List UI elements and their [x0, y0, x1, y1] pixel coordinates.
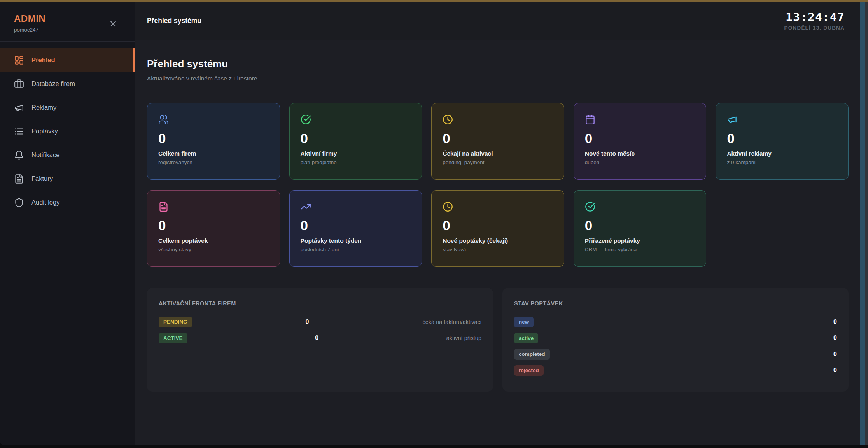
activation-queue-rows: PENDING0čeká na fakturu/aktivaciACTIVE0a…: [159, 317, 481, 343]
clock-time: 13:24:47: [784, 10, 845, 24]
stat-sublabel: platí předplatné: [301, 159, 411, 165]
sidebar-nav: PřehledDatabáze firemReklamyPoptávkyNoti…: [0, 42, 135, 432]
stat-value: 0: [727, 131, 837, 145]
sidebar-item-p-ehled[interactable]: Přehled: [0, 48, 135, 72]
status-badge: PENDING: [159, 317, 192, 327]
status-count: 0: [187, 334, 446, 341]
stat-label: Celkem firem: [158, 150, 269, 157]
file-text-icon: [14, 174, 24, 184]
stat-card--ekaj-na-aktivaci: 0Čekají na aktivacipending_payment: [431, 103, 564, 180]
status-count: 0: [534, 318, 837, 326]
sidebar-item-audit-logy[interactable]: Audit logy: [0, 191, 135, 214]
layout-dashboard-icon: [14, 55, 24, 65]
stat-sublabel: stav Nová: [443, 247, 553, 252]
sidebar-item-label: Poptávky: [32, 128, 58, 135]
clock-icon: [443, 201, 553, 212]
users-icon: [158, 114, 269, 125]
sidebar-item-notifikace[interactable]: Notifikace: [0, 143, 135, 167]
sidebar: ADMIN pomoc247 PřehledDatabáze firemRekl…: [0, 2, 135, 445]
stat-card-celkem-popt-vek: 0Celkem poptávekvšechny stavy: [147, 190, 280, 267]
stat-sublabel: CRM — firma vybrána: [585, 247, 695, 252]
list-icon: [14, 126, 24, 136]
stat-sublabel: registrovaných: [158, 159, 269, 165]
stat-card-aktivn-firmy: 0Aktivní firmyplatí předplatné: [289, 103, 422, 180]
stat-label: Celkem poptávek: [158, 237, 269, 244]
app-window: ADMIN pomoc247 PřehledDatabáze firemRekl…: [0, 2, 868, 445]
check-circle-icon: [301, 114, 411, 125]
activation-queue-panel: AKTIVAČNÍ FRONTA FIREM PENDING0čeká na f…: [147, 288, 493, 392]
sidebar-item-reklamy[interactable]: Reklamy: [0, 96, 135, 119]
stat-card-nov-tento-m-s-c: 0Nové tento měsícduben: [574, 103, 707, 180]
scrollbar-thumb[interactable]: [860, 2, 865, 445]
request-status-panel: STAV POPTÁVEK new0active0completed0rejec…: [502, 288, 849, 392]
status-badge: new: [514, 317, 534, 327]
briefcase-icon: [14, 79, 24, 89]
sidebar-header: ADMIN pomoc247: [0, 2, 135, 42]
bell-icon: [14, 150, 24, 160]
status-badge: active: [514, 333, 538, 344]
stat-label: Aktivní firmy: [301, 150, 411, 157]
sidebar-footer: [0, 432, 135, 445]
app-title: ADMIN: [14, 13, 121, 24]
stat-cards-grid: 0Celkem firemregistrovaných0Aktivní firm…: [147, 103, 849, 267]
scrollbar-track[interactable]: [860, 2, 868, 445]
sidebar-close-button[interactable]: [108, 19, 119, 30]
status-badge: completed: [514, 349, 550, 360]
status-description: aktivní přístup: [446, 335, 481, 341]
stat-value: 0: [301, 219, 411, 232]
stat-label: Poptávky tento týden: [301, 237, 411, 244]
check-circle-icon: [585, 201, 695, 212]
stat-value: 0: [585, 131, 695, 145]
stat-value: 0: [443, 219, 553, 232]
sidebar-item-label: Přehled: [32, 56, 55, 64]
stat-sublabel: všechny stavy: [158, 247, 269, 252]
stat-value: 0: [158, 219, 269, 232]
trending-up-icon: [301, 201, 411, 212]
clock-date: PONDĚLÍ 13. DUBNA: [784, 25, 845, 31]
close-icon: [108, 24, 118, 30]
status-count: 0: [550, 351, 837, 358]
window-bottom-edge: [0, 445, 868, 448]
calendar-icon: [585, 114, 695, 125]
stat-sublabel: posledních 7 dní: [301, 247, 411, 252]
status-row-active: ACTIVE0aktivní přístup: [159, 333, 481, 344]
stat-card-celkem-firem: 0Celkem firemregistrovaných: [147, 103, 280, 180]
megaphone-icon: [14, 103, 24, 113]
shield-icon: [14, 198, 24, 208]
status-badge: ACTIVE: [159, 333, 187, 344]
sidebar-item-label: Databáze firem: [32, 80, 75, 88]
request-status-rows: new0active0completed0rejected0: [514, 317, 837, 376]
stat-sublabel: duben: [585, 159, 695, 165]
stat-label: Čekají na aktivaci: [443, 150, 553, 157]
file-text-icon: [158, 201, 269, 212]
status-description: čeká na fakturu/aktivaci: [422, 319, 481, 325]
stat-value: 0: [301, 131, 411, 145]
status-count: 0: [538, 334, 837, 341]
activation-queue-title: AKTIVAČNÍ FRONTA FIREM: [159, 300, 481, 306]
request-status-title: STAV POPTÁVEK: [514, 300, 837, 306]
sidebar-item-faktury[interactable]: Faktury: [0, 167, 135, 191]
stat-card-aktivn-reklamy: 0Aktivní reklamyz 0 kampaní: [716, 103, 849, 180]
status-count: 0: [544, 367, 837, 374]
stat-label: Přiřazené poptávky: [585, 237, 695, 244]
stat-card-popt-vky-tento-t-den: 0Poptávky tento týdenposledních 7 dní: [289, 190, 422, 267]
stat-card-p-i-azen-popt-vky: 0Přiřazené poptávkyCRM — firma vybrána: [574, 190, 707, 267]
stat-value: 0: [443, 131, 553, 145]
content: Přehled systému Aktualizováno v reálném …: [135, 40, 860, 445]
stat-label: Nové tento měsíc: [585, 150, 695, 157]
panels-row: AKTIVAČNÍ FRONTA FIREM PENDING0čeká na f…: [147, 288, 849, 392]
status-row-completed: completed0: [514, 349, 837, 360]
stat-card-nov-popt-vky-ekaj-: 0Nové poptávky (čekají)stav Nová: [431, 190, 564, 267]
stat-sublabel: z 0 kampaní: [727, 159, 837, 165]
main-area: Přehled systému 13:24:47 PONDĚLÍ 13. DUB…: [135, 2, 860, 445]
stat-label: Nové poptávky (čekají): [443, 237, 553, 244]
clock: 13:24:47 PONDĚLÍ 13. DUBNA: [784, 10, 845, 31]
stat-label: Aktivní reklamy: [727, 150, 837, 157]
page-title: Přehled systému: [147, 58, 849, 70]
status-row-rejected: rejected0: [514, 365, 837, 376]
sidebar-item-datab-ze-firem[interactable]: Databáze firem: [0, 72, 135, 96]
status-row-pending: PENDING0čeká na fakturu/aktivaci: [159, 317, 481, 327]
status-badge: rejected: [514, 365, 544, 376]
sidebar-item-label: Audit logy: [32, 199, 60, 206]
sidebar-item-popt-vky[interactable]: Poptávky: [0, 119, 135, 143]
